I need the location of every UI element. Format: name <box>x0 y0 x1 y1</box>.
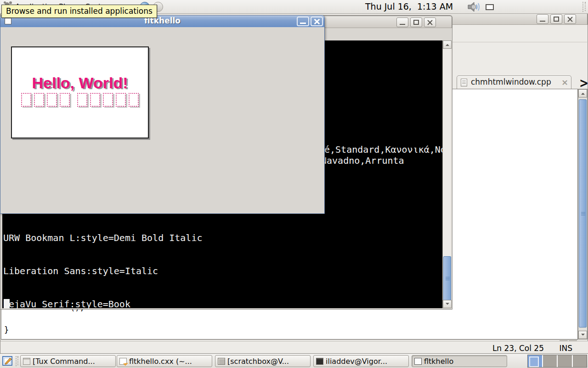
taskbar-button-label: [Tux Command... <box>33 357 95 366</box>
scratchbox-window-icon <box>218 358 225 365</box>
app-window-icon <box>414 358 422 365</box>
volume-icon[interactable] <box>467 1 484 13</box>
maximize-button[interactable] <box>550 14 562 24</box>
window-icon <box>23 358 30 365</box>
minimize-button[interactable] <box>537 14 548 24</box>
scrollbar-thumb[interactable] <box>443 256 451 301</box>
taskbar: [Tux Command... fltkhello.cxx (~... [scr… <box>0 353 588 368</box>
workspace-1[interactable] <box>528 355 543 367</box>
panel-drag-handle-icon[interactable] <box>582 2 586 12</box>
taskbar-drag-handle-icon[interactable] <box>16 356 19 366</box>
taskbar-button-terminal[interactable]: iliaddev@Vigor... <box>313 355 409 367</box>
workspace-2[interactable] <box>543 355 558 367</box>
cursor-position-status: Ln 23, Col 25 <box>492 344 544 353</box>
scroll-up-icon[interactable] <box>578 89 587 98</box>
show-desktop-button[interactable] <box>1 355 14 367</box>
missing-glyph-box <box>60 93 70 107</box>
missing-glyph-box <box>34 93 44 107</box>
terminal-line: DejaVu Serif:style=Book <box>3 299 442 308</box>
terminal-output: URW Bookman L:style=Demi Bold Italic Lib… <box>3 210 442 308</box>
missing-glyph-box <box>21 93 31 107</box>
taskbar-button-tux-commander[interactable]: [Tux Command... <box>20 355 116 367</box>
workspace-switcher <box>527 355 587 368</box>
workspace-4[interactable] <box>573 355 587 367</box>
clock[interactable]: Thu Jul 16, 1:13 AM <box>365 1 464 12</box>
scroll-down-icon[interactable] <box>443 300 452 308</box>
terminal-scrollbar[interactable] <box>442 40 451 308</box>
terminal-occluded-line: Navadno,Arrunta <box>321 155 404 166</box>
missing-glyph-box <box>90 93 100 107</box>
missing-glyph-row <box>12 93 148 107</box>
missing-glyph-box <box>116 93 126 107</box>
taskbar-button-label: fltkhello.cxx (~... <box>129 357 192 366</box>
close-button[interactable] <box>311 17 323 26</box>
insert-mode-status: INS <box>559 344 572 353</box>
missing-glyph-box <box>129 93 139 107</box>
applications-menu-tooltip: Browse and run installed applications <box>1 5 157 18</box>
taskbar-button-scratchbox[interactable]: [scratchbox@V... <box>215 355 311 367</box>
taskbar-button-gedit[interactable]: fltkhello.cxx (~... <box>117 355 212 367</box>
missing-glyph-group <box>77 93 139 107</box>
taskbar-button-fltkhello[interactable]: fltkhello <box>412 355 507 367</box>
close-button[interactable] <box>564 14 576 24</box>
document-icon <box>461 79 467 86</box>
tab-chmhtmlwindow[interactable]: chmhtmlwindow.cpp × <box>457 75 571 89</box>
minimize-button[interactable] <box>396 17 408 27</box>
missing-glyph-box <box>77 93 87 107</box>
taskbar-button-label: fltkhello <box>424 357 453 366</box>
terminal-icon <box>316 358 323 365</box>
gedit-document-icon <box>119 358 127 365</box>
gedit-status-bar: Ln 23, Col 25 INS <box>0 341 588 354</box>
scrollbar-thumb[interactable] <box>579 99 587 328</box>
terminal-cursor <box>4 299 10 308</box>
scroll-up-icon[interactable] <box>443 40 452 49</box>
fltkhello-window: fltkhello Hello, World! <box>0 15 325 214</box>
tab-close-icon[interactable]: × <box>561 78 568 87</box>
terminal-occluded-line: é,Standard,Κανονικά,No <box>324 144 442 155</box>
terminal-line: Liberation Sans:style=Italic <box>3 265 442 276</box>
maximize-button[interactable] <box>410 17 422 27</box>
gedit-vertical-scrollbar[interactable] <box>578 89 588 339</box>
missing-glyph-box <box>47 93 57 107</box>
minimize-button[interactable] <box>297 17 309 26</box>
workspace-3[interactable] <box>558 355 573 367</box>
missing-glyph-group <box>21 93 70 107</box>
tab-scroll-right-icon[interactable]: > <box>579 75 588 91</box>
taskbar-button-label: [scratchbox@V... <box>227 357 289 366</box>
hello-world-text: Hello, World! <box>12 74 148 92</box>
missing-glyph-box <box>103 93 113 107</box>
tray-window-icon[interactable] <box>486 4 494 10</box>
scroll-down-icon[interactable] <box>578 331 587 339</box>
taskbar-button-label: iliaddev@Vigor... <box>326 357 387 366</box>
tab-label: chmhtmlwindow.cpp <box>471 77 551 86</box>
fltkhello-canvas: Hello, World! <box>11 46 149 138</box>
terminal-line: URW Bookman L:style=Demi Bold Italic <box>3 232 442 243</box>
desktop: chmhtmlwindow.cpp × > (); } Ln 23, Col 2… <box>0 0 588 368</box>
closing-brace-text: } <box>4 325 9 334</box>
close-button[interactable] <box>424 17 436 27</box>
